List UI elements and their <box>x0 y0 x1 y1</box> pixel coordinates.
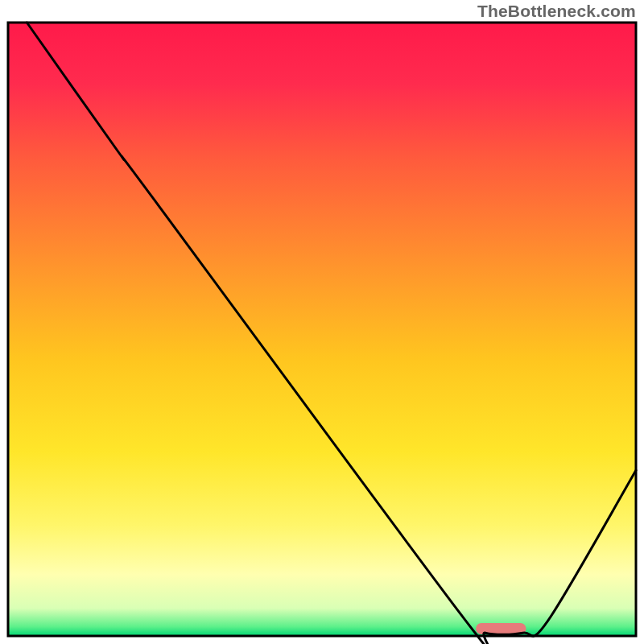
watermark-label: TheBottleneck.com <box>477 2 636 21</box>
chart-container: TheBottleneck.com <box>0 0 644 644</box>
bottleneck-chart <box>0 0 644 644</box>
plot-background <box>8 23 636 636</box>
